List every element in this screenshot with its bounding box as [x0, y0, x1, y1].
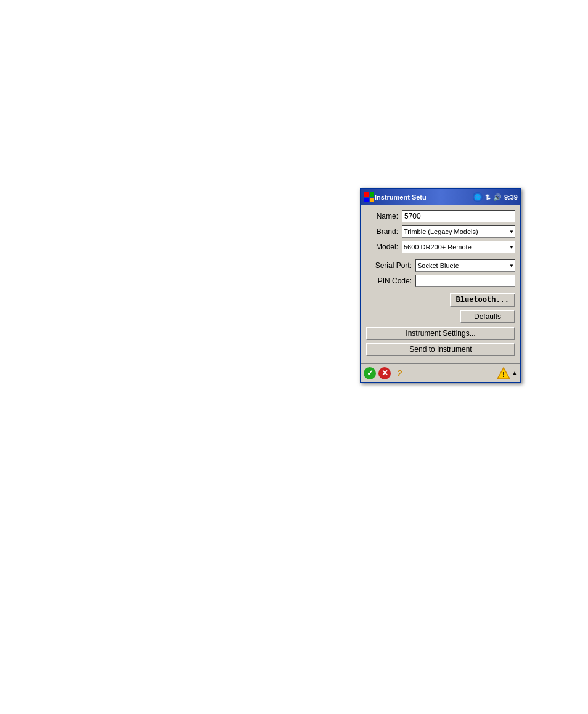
model-select[interactable]: 5600 DR200+ Remote 5600 DR300+ Remote 56… [402, 241, 515, 253]
send-to-instrument-button-row: Send to Instrument [366, 343, 515, 356]
name-row: Name: [366, 210, 515, 222]
svg-rect-0 [364, 192, 369, 197]
window-title: Instrument Setu [375, 193, 473, 201]
instrument-settings-button[interactable]: Instrument Settings... [366, 327, 515, 340]
serial-port-select[interactable]: Socket Bluetc COM1: COM2: Bluetooth [415, 259, 515, 272]
bluetooth-button-row: Bluetooth... [366, 293, 515, 307]
model-label: Model: [366, 243, 402, 251]
brand-row: Brand: Trimble (Legacy Models) Leica Sok… [366, 225, 515, 238]
defaults-button[interactable]: Defaults [460, 310, 515, 323]
clock: 9:39 [504, 193, 518, 201]
taskbar-left: ✓ ✕ ? [364, 367, 406, 379]
serial-port-select-wrapper: Socket Bluetc COM1: COM2: Bluetooth ▼ [415, 259, 515, 272]
globe-icon: 🌐 [473, 192, 483, 202]
ok-button[interactable]: ✓ [364, 367, 376, 379]
cancel-button[interactable]: ✕ [378, 367, 391, 379]
svg-rect-1 [370, 192, 374, 197]
svg-rect-3 [370, 198, 374, 202]
pin-code-label: PIN Code: [366, 277, 415, 285]
title-bar: Instrument Setu 🌐 ⇅ 🔊 9:39 [361, 189, 520, 205]
taskbar-right: ! ▲ [497, 367, 518, 380]
taskbar: ✓ ✕ ? ! ▲ [361, 363, 520, 382]
brand-select-wrapper: Trimble (Legacy Models) Leica Sokkia Top… [402, 225, 515, 238]
pin-code-row: PIN Code: [366, 275, 515, 287]
serial-port-label: Serial Port: [366, 261, 415, 270]
svg-rect-2 [364, 198, 369, 202]
volume-icon: 🔊 [493, 193, 502, 201]
brand-label: Brand: [366, 227, 402, 236]
device-window: Instrument Setu 🌐 ⇅ 🔊 9:39 Name: Brand: … [360, 188, 521, 383]
brand-select[interactable]: Trimble (Legacy Models) Leica Sokkia Top… [402, 225, 515, 238]
signal-icon: ⇅ [485, 193, 491, 201]
defaults-button-row: Defaults [366, 310, 515, 323]
bluetooth-button[interactable]: Bluetooth... [450, 293, 515, 307]
instrument-settings-button-row: Instrument Settings... [366, 327, 515, 340]
help-button[interactable]: ? [393, 367, 406, 379]
content-area: Name: Brand: Trimble (Legacy Models) Lei… [361, 205, 520, 363]
pin-code-input[interactable] [415, 275, 515, 287]
warning-icon: ! [497, 367, 510, 380]
name-input[interactable] [402, 210, 515, 222]
title-bar-icons: 🌐 ⇅ 🔊 9:39 [473, 192, 518, 202]
windows-logo-icon [364, 192, 375, 203]
scroll-up-icon[interactable]: ▲ [512, 370, 518, 376]
send-to-instrument-button[interactable]: Send to Instrument [366, 343, 515, 356]
svg-text:!: ! [502, 371, 504, 378]
model-row: Model: 5600 DR200+ Remote 5600 DR300+ Re… [366, 241, 515, 253]
serial-port-row: Serial Port: Socket Bluetc COM1: COM2: B… [366, 259, 515, 272]
name-label: Name: [366, 212, 402, 221]
model-select-wrapper: 5600 DR200+ Remote 5600 DR300+ Remote 56… [402, 241, 515, 253]
